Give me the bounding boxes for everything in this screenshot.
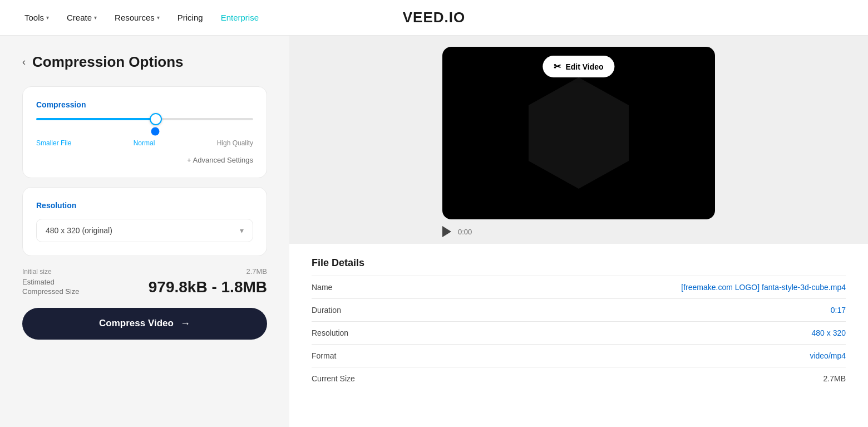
nav-label-tools: Tools (24, 13, 44, 22)
video-area: ✂ Edit Video 0:00 (289, 36, 868, 244)
video-time: 0:00 (458, 228, 472, 236)
back-header: ‹ Compression Options (22, 53, 267, 71)
slider-label-right: High Quality (217, 139, 253, 147)
slider-label-left: Smaller File (36, 139, 71, 147)
play-icon (442, 226, 451, 237)
details-value: [freemake.com LOGO] fanta-style-3d-cube.… (681, 283, 846, 292)
slider-labels: Smaller File Normal High Quality (36, 139, 253, 147)
compress-button-arrow: → (180, 318, 190, 330)
nav-label-enterprise: Enterprise (221, 13, 259, 22)
details-key: Resolution (312, 328, 348, 337)
initial-size-value: 2.7MB (246, 267, 267, 276)
file-details-area: File Details Name[freemake.com LOGO] fan… (289, 244, 868, 427)
details-row: Current Size2.7MB (312, 367, 846, 390)
chevron-down-icon: ▾ (240, 226, 244, 235)
details-key: Current Size (312, 374, 355, 383)
file-details-title: File Details (312, 257, 846, 269)
site-logo[interactable]: VEED.IO (403, 9, 465, 26)
nav-item-create[interactable]: Create ▾ (60, 8, 103, 27)
nav-item-resources[interactable]: Resources ▾ (108, 8, 166, 27)
details-value: video/mp4 (810, 351, 846, 360)
details-value: 480 x 320 (812, 328, 846, 337)
compression-slider-container (36, 118, 253, 120)
initial-size-label: Initial size (22, 268, 52, 276)
video-wrapper: ✂ Edit Video 0:00 (442, 47, 715, 244)
details-value: 0:17 (831, 306, 846, 315)
details-value: 2.7MB (823, 374, 846, 383)
advanced-settings-link[interactable]: + Advanced Settings (36, 156, 253, 164)
slider-track (36, 118, 253, 120)
video-thumbnail (529, 77, 629, 189)
initial-size-row: Initial size 2.7MB (22, 267, 267, 276)
navbar: Tools ▾ Create ▾ Resources ▾ Pricing Ent… (0, 0, 868, 36)
main-layout: ‹ Compression Options Compression Smalle… (0, 36, 868, 427)
nav-item-enterprise[interactable]: Enterprise (214, 8, 265, 27)
back-button[interactable]: ‹ (22, 56, 26, 68)
edit-video-button[interactable]: ✂ Edit Video (542, 56, 614, 77)
details-row: Duration0:17 (312, 298, 846, 321)
scissors-icon: ✂ (554, 61, 561, 72)
right-panel: ✂ Edit Video 0:00 File Details (289, 36, 868, 427)
page-title: Compression Options (32, 53, 184, 71)
chevron-down-icon: ▾ (157, 14, 160, 21)
nav-label-pricing: Pricing (177, 13, 203, 22)
nav-label-create: Create (67, 13, 92, 22)
compression-label: Compression (36, 100, 253, 109)
resolution-card: Resolution 480 x 320 (original) ▾ (22, 187, 267, 256)
details-row: Name[freemake.com LOGO] fanta-style-3d-c… (312, 276, 846, 298)
nav-item-tools[interactable]: Tools ▾ (18, 8, 56, 27)
chevron-down-icon: ▾ (46, 14, 49, 21)
compress-button-label: Compress Video (99, 318, 174, 329)
resolution-label: Resolution (36, 201, 253, 210)
slider-label-middle: Normal (134, 139, 155, 147)
left-panel: ‹ Compression Options Compression Smalle… (0, 36, 289, 427)
estimated-size-label: EstimatedCompressed Size (22, 278, 80, 297)
slider-thumb (150, 113, 162, 125)
video-preview: ✂ Edit Video (442, 47, 715, 219)
resolution-value: 480 x 320 (original) (46, 226, 112, 235)
nav-links: Tools ▾ Create ▾ Resources ▾ Pricing Ent… (18, 8, 265, 27)
nav-item-pricing[interactable]: Pricing (171, 8, 210, 27)
compress-video-button[interactable]: Compress Video → (22, 308, 267, 340)
compression-slider[interactable] (36, 130, 253, 132)
estimated-size-value: 979.8kB - 1.8MB (149, 278, 267, 296)
nav-label-resources: Resources (115, 13, 155, 22)
details-row: Resolution480 x 320 (312, 321, 846, 344)
details-row: Formatvideo/mp4 (312, 344, 846, 367)
details-key: Name (312, 283, 332, 292)
compression-card: Compression Smaller File Normal High Qua… (22, 86, 267, 178)
estimated-size-row: EstimatedCompressed Size 979.8kB - 1.8MB (22, 278, 267, 297)
chevron-down-icon: ▾ (94, 14, 97, 21)
edit-video-label: Edit Video (565, 62, 603, 71)
play-button[interactable] (442, 226, 451, 237)
right-content: ✂ Edit Video 0:00 File Details (289, 36, 868, 427)
details-key: Format (312, 351, 336, 360)
file-details-table: Name[freemake.com LOGO] fanta-style-3d-c… (312, 276, 846, 390)
size-info: Initial size 2.7MB EstimatedCompressed S… (22, 267, 267, 297)
details-key: Duration (312, 306, 341, 315)
resolution-select[interactable]: 480 x 320 (original) ▾ (36, 219, 253, 242)
video-controls: 0:00 (442, 219, 715, 244)
